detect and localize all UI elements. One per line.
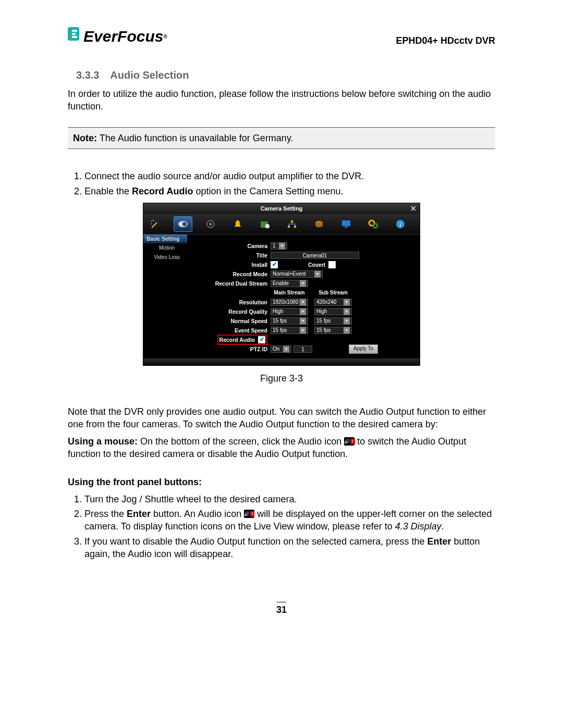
page-header: EverFocus® EPHD04+ HDcctv DVR xyxy=(68,26,495,47)
front-panel-steps: Turn the Jog / Shuttle wheel to the desi… xyxy=(74,493,495,560)
title-input[interactable]: Camera01 xyxy=(271,252,359,259)
side-basic-setting[interactable]: Basic Setting xyxy=(143,235,187,244)
disk-icon[interactable] xyxy=(310,217,328,231)
info-icon[interactable]: i xyxy=(391,217,409,231)
note-box: Note: The Audio function is unavailable … xyxy=(68,127,495,149)
note-text: The Audio function is unavailable for Ge… xyxy=(97,133,293,143)
svg-rect-11 xyxy=(294,226,296,228)
main-stream-head: Main Stream xyxy=(271,289,308,297)
figure-caption: Figure 3-3 xyxy=(68,372,495,385)
fp-step-2: Press the Enter button. An Audio icon 🔊1… xyxy=(84,508,495,533)
paragraph-after-figure: Note that the DVR only provides one audi… xyxy=(68,405,495,431)
note-label: Note: xyxy=(73,133,97,143)
espeed-sub-select[interactable]: 15 fps▾ xyxy=(314,327,352,334)
record-icon[interactable] xyxy=(202,217,219,231)
step-2: Enable the Record Audio option in the Ca… xyxy=(84,185,495,198)
svg-rect-9 xyxy=(291,220,293,223)
figure-3-3: Camera Setting ✕ i Basic Setting Motion … xyxy=(68,203,495,385)
sub-stream-head: Sub Stream xyxy=(314,289,352,297)
step-1: Connect the audio source and/or audio ou… xyxy=(84,170,495,182)
section-number: 3.3.3 xyxy=(76,69,99,81)
camera-form: Camera 1▾ Title Camera01 Install Covert … xyxy=(190,235,420,359)
alarm-icon[interactable] xyxy=(229,217,247,231)
camera-icon[interactable] xyxy=(174,216,192,232)
front-panel-heading: Using the front panel buttons: xyxy=(68,476,495,488)
camera-setting-panel: Camera Setting ✕ i Basic Setting Motion … xyxy=(143,203,420,366)
close-icon[interactable]: ✕ xyxy=(410,204,417,214)
svg-rect-0 xyxy=(72,30,77,32)
record-mode-select[interactable]: Normal+Event▾ xyxy=(271,270,323,278)
side-motion[interactable]: Motion xyxy=(143,243,190,253)
res-sub-select[interactable]: 428x240▾ xyxy=(314,299,352,306)
audio-icon: 🔊1 xyxy=(344,437,354,446)
label-resolution: Resolution xyxy=(194,299,271,306)
label-record-audio: Record Audio xyxy=(219,336,258,343)
settings-icon[interactable] xyxy=(364,217,382,231)
apply-to-button[interactable]: Apply To xyxy=(349,344,378,354)
intro-paragraph: In order to utilize the audio function, … xyxy=(68,88,495,113)
svg-point-6 xyxy=(210,223,212,225)
panel-footer xyxy=(143,359,420,365)
nspeed-sub-select[interactable]: 15 fps▾ xyxy=(314,317,352,325)
label-camera: Camera xyxy=(194,242,271,250)
covert-checkbox[interactable] xyxy=(328,261,336,268)
schedule-icon[interactable] xyxy=(256,217,274,231)
ptzid-num-input[interactable]: 1 xyxy=(293,346,312,353)
wizard-icon[interactable] xyxy=(146,217,164,231)
brand-logo: EverFocus® xyxy=(68,26,167,47)
side-video-loss[interactable]: Video Loss xyxy=(143,253,190,262)
camera-select[interactable]: 1▾ xyxy=(271,242,287,250)
label-ptz-id: PTZ ID xyxy=(194,346,271,353)
espeed-main-select[interactable]: 15 fps▾ xyxy=(271,327,308,334)
quality-main-select[interactable]: High▾ xyxy=(271,308,308,315)
brand-icon xyxy=(68,26,81,47)
svg-point-4 xyxy=(182,222,187,226)
install-checkbox[interactable] xyxy=(271,261,278,268)
section-title: 3.3.3 Audio Selection xyxy=(76,68,495,82)
page-number: 31 xyxy=(68,602,495,616)
svg-point-8 xyxy=(265,224,270,228)
brand-text: EverFocus xyxy=(83,26,163,47)
label-event-speed: Event Speed xyxy=(194,327,271,334)
audio-icon: 🔊1 xyxy=(244,510,254,518)
quality-sub-select[interactable]: High▾ xyxy=(314,308,352,315)
label-normal-speed: Normal Speed xyxy=(194,317,271,325)
fp-step-1: Turn the Jog / Shuttle wheel to the desi… xyxy=(84,493,495,505)
top-steps: Connect the audio source and/or audio ou… xyxy=(74,170,495,198)
svg-rect-13 xyxy=(342,220,350,226)
panel-title: Camera Setting ✕ xyxy=(143,203,420,214)
panel-tab-row: i xyxy=(143,214,420,235)
svg-rect-2 xyxy=(72,36,77,38)
res-main-select[interactable]: 1920x1080▾ xyxy=(271,299,308,306)
label-quality: Record Quality xyxy=(194,308,271,315)
label-dual-stream: Record Dual Stream xyxy=(194,280,271,287)
using-mouse-paragraph: Using a mouse: On the bottom of the scre… xyxy=(68,435,495,461)
label-covert: Covert xyxy=(308,261,325,268)
nspeed-main-select[interactable]: 15 fps▾ xyxy=(271,317,308,325)
svg-rect-1 xyxy=(72,33,76,35)
dual-stream-select[interactable]: Enable▾ xyxy=(271,280,308,287)
using-mouse-label: Using a mouse: xyxy=(68,436,138,447)
fp-step-3: If you want to disable the Audio Output … xyxy=(84,535,495,561)
section-heading: Audio Selection xyxy=(110,69,189,81)
svg-point-16 xyxy=(373,224,377,228)
side-nav: Basic Setting Motion Video Loss xyxy=(143,235,190,359)
record-audio-checkbox[interactable] xyxy=(258,336,265,343)
svg-rect-14 xyxy=(345,227,348,228)
svg-rect-10 xyxy=(288,226,290,228)
network-icon[interactable] xyxy=(283,217,301,231)
svg-text:i: i xyxy=(399,220,401,228)
label-install: Install xyxy=(194,261,271,268)
display-icon[interactable] xyxy=(337,217,355,231)
label-record-mode: Record Mode xyxy=(194,270,271,278)
model-name: EPHD04+ HDcctv DVR xyxy=(396,34,495,47)
label-title: Title xyxy=(194,252,271,259)
ptzid-on-select[interactable]: On▾ xyxy=(271,346,291,353)
